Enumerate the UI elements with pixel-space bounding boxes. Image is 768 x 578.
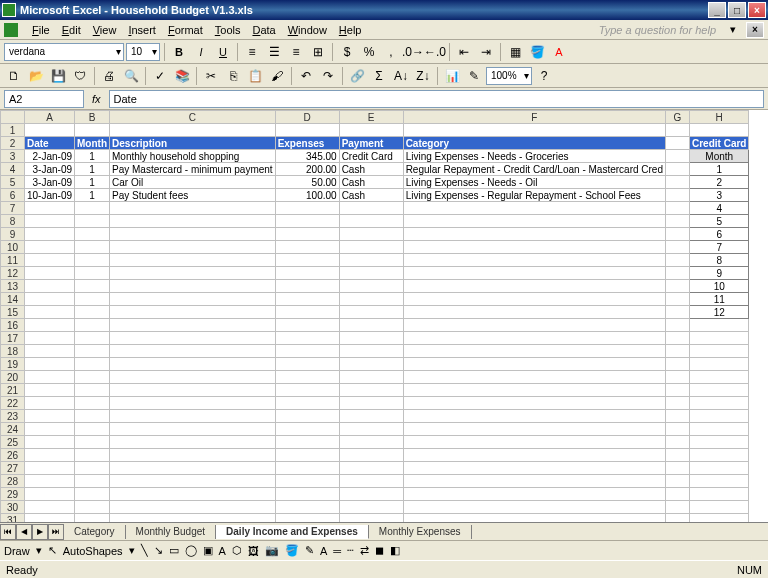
cell[interactable]	[25, 475, 75, 488]
cell[interactable]	[75, 358, 110, 371]
cell[interactable]	[403, 475, 665, 488]
cell[interactable]	[339, 462, 403, 475]
cell[interactable]	[25, 514, 75, 523]
cell[interactable]	[25, 254, 75, 267]
cell[interactable]	[75, 228, 110, 241]
cell[interactable]	[403, 228, 665, 241]
cell[interactable]	[110, 267, 276, 280]
cell[interactable]	[110, 501, 276, 514]
row-header[interactable]: 18	[1, 345, 25, 358]
cell[interactable]: 1	[75, 150, 110, 163]
cell[interactable]: Expenses	[275, 137, 339, 150]
row-header[interactable]: 19	[1, 358, 25, 371]
cell[interactable]: 1	[75, 176, 110, 189]
cell[interactable]	[339, 514, 403, 523]
cell[interactable]	[665, 488, 689, 501]
cell[interactable]	[339, 202, 403, 215]
col-header-C[interactable]: C	[110, 111, 276, 124]
cell[interactable]	[75, 202, 110, 215]
cell[interactable]	[339, 475, 403, 488]
cell[interactable]	[689, 345, 748, 358]
cell[interactable]	[75, 488, 110, 501]
cell[interactable]	[75, 124, 110, 137]
cell[interactable]	[25, 332, 75, 345]
cell[interactable]	[403, 501, 665, 514]
cell[interactable]	[110, 436, 276, 449]
decrease-decimal-button[interactable]: ←.0	[425, 42, 445, 62]
cell[interactable]: Payment	[339, 137, 403, 150]
row-header[interactable]: 27	[1, 462, 25, 475]
col-header-B[interactable]: B	[75, 111, 110, 124]
cell[interactable]	[75, 254, 110, 267]
cell[interactable]	[339, 384, 403, 397]
cell[interactable]	[665, 345, 689, 358]
row-header[interactable]: 17	[1, 332, 25, 345]
app-icon[interactable]	[4, 23, 18, 37]
cell[interactable]	[275, 462, 339, 475]
cell[interactable]	[339, 371, 403, 384]
cell[interactable]: 9	[689, 267, 748, 280]
cell[interactable]	[665, 150, 689, 163]
cell[interactable]	[665, 436, 689, 449]
cell[interactable]	[665, 423, 689, 436]
cell[interactable]	[403, 384, 665, 397]
cell[interactable]	[689, 423, 748, 436]
cell[interactable]: 10-Jan-09	[25, 189, 75, 202]
cell[interactable]	[25, 215, 75, 228]
sort-asc-button[interactable]: A↓	[391, 66, 411, 86]
cell[interactable]	[339, 228, 403, 241]
cell[interactable]	[665, 384, 689, 397]
increase-decimal-button[interactable]: .0→	[403, 42, 423, 62]
cell[interactable]	[665, 462, 689, 475]
cell[interactable]	[110, 306, 276, 319]
cell[interactable]	[339, 397, 403, 410]
paste-button[interactable]: 📋	[245, 66, 265, 86]
cell[interactable]	[75, 332, 110, 345]
cell[interactable]	[110, 319, 276, 332]
print-preview-button[interactable]: 🔍	[121, 66, 141, 86]
cell[interactable]	[403, 488, 665, 501]
cell[interactable]	[403, 215, 665, 228]
row-header[interactable]: 7	[1, 202, 25, 215]
autoshapes-menu[interactable]: AutoShapes	[63, 545, 123, 557]
col-header-G[interactable]: G	[665, 111, 689, 124]
select-all-corner[interactable]	[1, 111, 25, 124]
cell[interactable]	[25, 228, 75, 241]
cell[interactable]	[403, 371, 665, 384]
tab-last-button[interactable]: ⏭	[48, 524, 64, 540]
cell[interactable]	[339, 410, 403, 423]
menu-data[interactable]: Data	[246, 22, 281, 38]
cell[interactable]: Category	[403, 137, 665, 150]
row-header[interactable]: 26	[1, 449, 25, 462]
cell[interactable]	[403, 241, 665, 254]
cell[interactable]	[275, 202, 339, 215]
menu-window[interactable]: Window	[282, 22, 333, 38]
cell[interactable]	[75, 501, 110, 514]
sheet-tab-category[interactable]: Category	[64, 525, 126, 539]
cell[interactable]	[339, 501, 403, 514]
select-objects-button[interactable]: ↖	[48, 544, 57, 557]
cell[interactable]	[25, 124, 75, 137]
cell[interactable]	[275, 423, 339, 436]
cell[interactable]	[665, 254, 689, 267]
row-header[interactable]: 29	[1, 488, 25, 501]
cell[interactable]	[275, 397, 339, 410]
cell[interactable]	[665, 449, 689, 462]
cell[interactable]	[689, 449, 748, 462]
cell[interactable]	[403, 410, 665, 423]
row-header[interactable]: 24	[1, 423, 25, 436]
cell[interactable]	[110, 215, 276, 228]
cell[interactable]	[25, 501, 75, 514]
cell[interactable]: Living Expenses - Needs - Groceries	[403, 150, 665, 163]
cell[interactable]	[110, 202, 276, 215]
cell[interactable]	[25, 280, 75, 293]
cell[interactable]	[110, 475, 276, 488]
cell[interactable]: 8	[689, 254, 748, 267]
cell[interactable]	[110, 514, 276, 523]
cell[interactable]	[110, 449, 276, 462]
menu-file[interactable]: File	[26, 22, 56, 38]
cell[interactable]	[665, 397, 689, 410]
diagram-button[interactable]: ⬡	[232, 544, 242, 557]
sheet-tab-monthly-expenses[interactable]: Monthly Expenses	[369, 525, 472, 539]
cell[interactable]	[339, 267, 403, 280]
